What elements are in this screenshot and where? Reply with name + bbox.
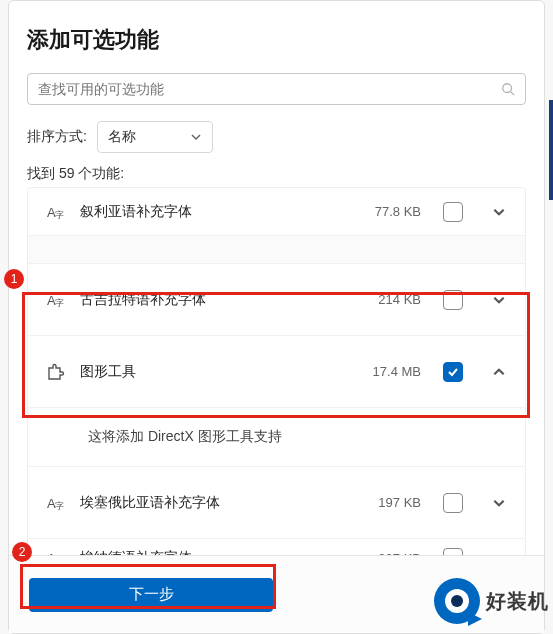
svg-text:字: 字 — [55, 298, 64, 308]
font-icon: A字 — [44, 201, 66, 223]
features-list: A字 叙利亚语补充字体 77.8 KB A字 古吉拉特语补充字体 214 KB — [27, 187, 526, 578]
collapse-toggle[interactable] — [489, 362, 509, 382]
results-count: 找到 59 个功能: — [27, 165, 526, 183]
watermark: 好装机 — [434, 578, 549, 624]
feature-checkbox[interactable] — [443, 202, 463, 222]
feature-row[interactable]: A字 古吉拉特语补充字体 214 KB — [28, 264, 525, 336]
dialog-title: 添加可选功能 — [27, 25, 526, 55]
font-icon: A字 — [44, 289, 66, 311]
chevron-down-icon — [492, 205, 506, 219]
chevron-down-icon — [492, 496, 506, 510]
search-icon — [501, 82, 515, 96]
svg-line-1 — [511, 92, 515, 96]
expand-toggle[interactable] — [489, 290, 509, 310]
chevron-down-icon — [492, 293, 506, 307]
expand-toggle[interactable] — [489, 202, 509, 222]
feature-row[interactable]: 图形工具 17.4 MB — [28, 336, 525, 408]
annotation-badge-2: 2 — [12, 542, 32, 562]
watermark-text: 好装机 — [486, 588, 549, 615]
feature-name: 图形工具 — [80, 363, 359, 381]
feature-row[interactable]: A字 叙利亚语补充字体 77.8 KB — [28, 188, 525, 236]
search-input-container[interactable] — [27, 73, 526, 105]
extension-icon — [44, 361, 66, 383]
expand-toggle[interactable] — [489, 493, 509, 513]
check-icon — [447, 366, 459, 378]
background-edge — [549, 100, 553, 200]
feature-name: 古吉拉特语补充字体 — [80, 291, 364, 309]
sort-value: 名称 — [108, 128, 136, 146]
next-button[interactable]: 下一步 — [29, 578, 273, 612]
search-input[interactable] — [38, 81, 501, 97]
feature-size: 17.4 MB — [373, 364, 421, 379]
feature-row[interactable]: A字 埃塞俄比亚语补充字体 197 KB — [28, 467, 525, 539]
chevron-down-icon — [190, 131, 202, 143]
font-icon: A字 — [44, 492, 66, 514]
feature-checkbox[interactable] — [443, 493, 463, 513]
sort-dropdown[interactable]: 名称 — [97, 121, 213, 153]
svg-text:字: 字 — [55, 210, 64, 220]
feature-size: 77.8 KB — [375, 204, 421, 219]
feature-name: 埃塞俄比亚语补充字体 — [80, 494, 364, 512]
feature-checkbox[interactable] — [443, 290, 463, 310]
list-gap — [28, 236, 525, 264]
feature-checkbox[interactable] — [443, 362, 463, 382]
feature-size: 214 KB — [378, 292, 421, 307]
svg-point-0 — [503, 84, 512, 93]
watermark-logo-icon — [434, 578, 480, 624]
chevron-up-icon — [492, 365, 506, 379]
feature-name: 叙利亚语补充字体 — [80, 203, 361, 221]
sort-label: 排序方式: — [27, 128, 87, 146]
annotation-badge-1: 1 — [4, 269, 24, 289]
feature-description: 这将添加 DirectX 图形工具支持 — [28, 408, 525, 467]
feature-size: 197 KB — [378, 495, 421, 510]
add-optional-features-dialog: 添加可选功能 排序方式: 名称 找到 59 个功能: A字 — [8, 0, 545, 634]
svg-text:字: 字 — [55, 501, 64, 511]
